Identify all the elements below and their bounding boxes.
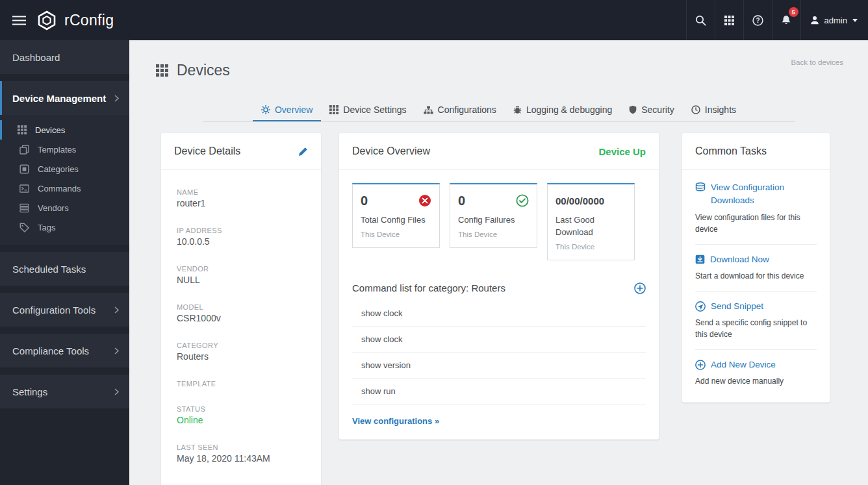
add-new-device-link[interactable]: Add New Device bbox=[695, 358, 817, 371]
sidebar-item-compliance-tools[interactable]: Compliance Tools bbox=[0, 334, 129, 367]
device-details-card: Device Details NAME router1 IP ADDRESS 1… bbox=[161, 133, 321, 485]
command-item: show version bbox=[352, 353, 646, 379]
chevron-right-icon bbox=[114, 347, 119, 354]
sitemap-icon bbox=[424, 106, 433, 114]
subitem-label: Devices bbox=[35, 125, 65, 135]
device-details-body: NAME router1 IP ADDRESS 10.0.0.5 VENDOR … bbox=[161, 170, 321, 485]
plus-circle-icon bbox=[695, 360, 706, 371]
back-to-devices-link[interactable]: Back to devices bbox=[791, 58, 843, 66]
chevron-right-icon bbox=[114, 388, 119, 395]
shield-icon bbox=[629, 105, 637, 114]
task-label: Add New Device bbox=[711, 358, 776, 371]
sidebar-subitem-devices[interactable]: Devices bbox=[0, 120, 129, 140]
sidebar-subitem-templates[interactable]: Templates bbox=[0, 140, 129, 159]
device-up-badge: Device Up bbox=[598, 146, 646, 157]
templates-copy-icon bbox=[19, 145, 29, 155]
bug-icon bbox=[513, 105, 522, 114]
user-menu[interactable]: admin bbox=[800, 0, 868, 40]
user-icon bbox=[810, 16, 819, 25]
chevron-right-icon bbox=[114, 306, 119, 314]
cards-row: Device Details NAME router1 IP ADDRESS 1… bbox=[129, 122, 868, 485]
send-snippet-link[interactable]: Send Snippet bbox=[695, 300, 817, 313]
download-now-link[interactable]: Download Now bbox=[695, 253, 817, 266]
database-icon bbox=[695, 182, 706, 208]
tab-device-settings[interactable]: Device Settings bbox=[321, 99, 415, 121]
sidebar-item-label: Scheduled Tasks bbox=[12, 264, 86, 275]
common-tasks-header: Common Tasks bbox=[682, 133, 830, 170]
device-management-submenu: Devices Templates Categories Commands bbox=[0, 115, 129, 245]
field-ip-address: IP ADDRESS 10.0.0.5 bbox=[177, 227, 305, 247]
device-overview-card: Device Overview Device Up 0 Total Config… bbox=[339, 133, 659, 440]
devices-grid-icon bbox=[18, 125, 27, 134]
times-circle-icon bbox=[418, 194, 431, 207]
plus-circle-icon bbox=[634, 282, 646, 294]
tab-label: Security bbox=[641, 105, 674, 115]
tab-overview[interactable]: Overview bbox=[253, 99, 321, 121]
sidebar-item-device-management[interactable]: Device Management bbox=[0, 81, 129, 115]
command-list-header: Command list for category: Routers bbox=[352, 282, 646, 294]
search-icon bbox=[695, 15, 706, 26]
tab-label: Logging & debugging bbox=[526, 105, 612, 115]
stat-config-failures: 0 Config Failures This Device bbox=[450, 183, 537, 248]
tag-icon bbox=[19, 223, 29, 232]
cogs-icon bbox=[261, 105, 270, 114]
send-icon bbox=[695, 301, 706, 313]
sidebar-item-scheduled-tasks[interactable]: Scheduled Tasks bbox=[0, 252, 129, 286]
task-label: View Configuration Downloads bbox=[711, 181, 817, 208]
sidebar-item-dashboard[interactable]: Dashboard bbox=[0, 40, 129, 74]
sidebar-subitem-commands[interactable]: Commands bbox=[0, 179, 129, 198]
common-tasks-card: Common Tasks View Configuration Download… bbox=[682, 133, 830, 403]
help-icon: ? bbox=[752, 15, 763, 26]
task-download-now: Download Now Start a download for this d… bbox=[695, 245, 817, 292]
main-content: Devices Back to devices Overview Device … bbox=[129, 40, 868, 485]
tab-insights[interactable]: Insights bbox=[683, 99, 745, 121]
sidebar-item-label: Settings bbox=[12, 386, 47, 397]
sidebar-item-label: Compliance Tools bbox=[12, 345, 89, 356]
sidebar-item-configuration-tools[interactable]: Configuration Tools bbox=[0, 293, 129, 327]
devices-grid-icon bbox=[156, 64, 168, 77]
subitem-label: Vendors bbox=[38, 203, 69, 213]
tab-configurations[interactable]: Configurations bbox=[415, 99, 505, 121]
terminal-icon bbox=[19, 184, 29, 193]
view-configuration-downloads-link[interactable]: View Configuration Downloads bbox=[695, 181, 817, 208]
tab-security[interactable]: Security bbox=[620, 99, 683, 121]
edit-device-button[interactable] bbox=[298, 147, 308, 156]
sidebar-item-label: Dashboard bbox=[12, 52, 60, 63]
sidebar-subitem-vendors[interactable]: Vendors bbox=[0, 198, 129, 218]
sidebar-subitem-categories[interactable]: Categories bbox=[0, 159, 129, 179]
menu-toggle-button[interactable] bbox=[0, 0, 38, 40]
bell-icon bbox=[781, 15, 791, 26]
notifications-button[interactable]: 5 bbox=[772, 0, 800, 40]
tab-logging-debugging[interactable]: Logging & debugging bbox=[505, 99, 620, 121]
command-item: show clock bbox=[352, 301, 646, 327]
brand-name: rConfig bbox=[64, 12, 114, 29]
grid-icon bbox=[329, 105, 338, 114]
stats-row: 0 Total Config Files This Device 0 bbox=[352, 183, 646, 260]
apps-grid-icon bbox=[724, 16, 734, 25]
subitem-label: Categories bbox=[38, 164, 79, 174]
help-button[interactable]: ? bbox=[743, 0, 772, 40]
view-configurations-link[interactable]: View configurations » bbox=[352, 416, 439, 426]
sidebar-subitem-tags[interactable]: Tags bbox=[0, 218, 129, 237]
device-overview-body: 0 Total Config Files This Device 0 bbox=[339, 170, 659, 440]
stat-last-good-download: 00/00/0000 Last Good Download This Devic… bbox=[547, 183, 635, 260]
brand[interactable]: rConfig bbox=[38, 10, 114, 31]
apps-button[interactable] bbox=[715, 0, 743, 40]
field-status: STATUS Online bbox=[177, 405, 305, 426]
rconfig-logo-icon bbox=[38, 10, 56, 31]
sidebar-item-settings[interactable]: Settings bbox=[0, 375, 129, 408]
tab-label: Overview bbox=[275, 105, 313, 115]
download-icon bbox=[695, 255, 705, 266]
subitem-label: Commands bbox=[38, 184, 81, 193]
search-button[interactable] bbox=[686, 0, 715, 40]
field-category: CATEGORY Routers bbox=[177, 342, 305, 362]
add-command-button[interactable] bbox=[634, 282, 646, 294]
common-tasks-body: View Configuration Downloads View config… bbox=[682, 170, 830, 403]
device-details-header: Device Details bbox=[161, 133, 321, 170]
tab-label: Configurations bbox=[438, 105, 496, 115]
check-circle-icon bbox=[516, 194, 529, 207]
card-title: Common Tasks bbox=[695, 145, 767, 157]
sidebar: Dashboard Device Management Devices Temp… bbox=[0, 40, 129, 485]
topbar: rConfig ? 5 admin bbox=[0, 0, 868, 40]
tab-label: Insights bbox=[705, 105, 736, 115]
